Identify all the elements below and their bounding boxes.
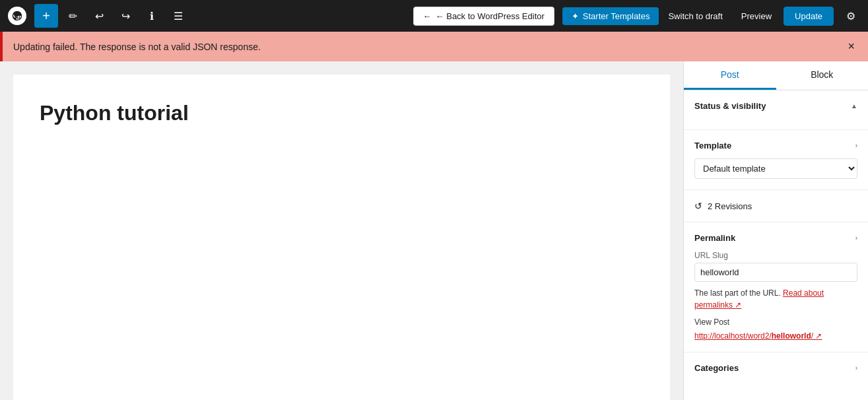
view-post-url-bold: helloworld [772,331,811,341]
permalink-section: Permalink › URL Slug The last part of th… [684,222,868,352]
main-layout: Python tutorial E Edit with Elementor Po… [0,61,868,400]
gear-icon: ⚙ [846,10,855,22]
tab-block[interactable]: Block [776,61,869,90]
error-banner: Updating failed. The response is not a v… [0,32,868,61]
update-button[interactable]: Update [784,7,834,26]
revisions-label: 2 Revisions [708,201,752,211]
status-visibility-section: Status & visibility ▲ [684,90,868,130]
view-post-label: View Post [694,317,857,327]
status-section-header[interactable]: Status & visibility ▲ [694,101,857,111]
status-section-title: Status & visibility [694,101,766,111]
template-section-title: Template [694,141,731,150]
toolbar-right: Switch to draft Preview Update ⚙ [661,4,863,28]
template-section-header[interactable]: Template › [694,141,857,150]
redo-button[interactable]: ↪ [114,4,137,28]
error-message: Updating failed. The response is not a v… [13,42,261,52]
url-slug-input[interactable] [694,263,857,282]
back-to-editor-button[interactable]: ← ← Back to WordPress Editor [413,7,554,26]
update-label: Update [795,11,822,21]
url-slug-label: URL Slug [694,251,857,260]
preview-label: Preview [741,11,772,21]
sidebar: Post Block Status & visibility ▲ Templat… [683,61,868,400]
edit-tool-button[interactable]: ✏ [61,4,84,28]
tab-block-label: Block [811,69,833,80]
post-title: Python tutorial [40,101,644,125]
back-to-editor-label: ← Back to WordPress Editor [436,11,545,21]
back-arrow-icon: ← [423,11,432,21]
settings-button[interactable]: ⚙ [839,4,863,28]
permalink-info: The last part of the URL. Read about per… [694,287,857,311]
wordpress-logo [5,4,29,28]
template-section: Template › Default template [684,130,868,190]
categories-title: Categories [694,363,739,373]
view-post-url[interactable]: http://localhost/word2/helloworld/ ↗ [694,331,822,341]
sidebar-tabs: Post Block [684,61,868,90]
categories-section-header[interactable]: Categories › [694,363,857,373]
error-close-button[interactable]: × [845,40,857,53]
starter-icon: ✦ [572,11,579,21]
revisions-section: ↺ 2 Revisions [684,190,868,222]
template-chevron-icon: › [855,142,857,149]
permalink-chevron-icon: › [855,234,857,242]
add-block-button[interactable]: + [34,4,58,28]
permalink-section-header[interactable]: Permalink › [694,233,857,243]
tab-post[interactable]: Post [684,61,776,90]
permalink-info-text: The last part of the URL. [694,288,781,298]
starter-templates-button[interactable]: ✦ Starter Templates [562,7,659,25]
status-chevron-icon: ▲ [851,102,857,110]
list-view-button[interactable]: ☰ [166,4,190,28]
tab-post-label: Post [721,69,739,80]
revisions-icon: ↺ [694,201,702,211]
info-button[interactable]: ℹ [140,4,164,28]
toolbar: + ✏ ↩ ↪ ℹ ☰ ← ← Back to WordPress Editor… [0,0,868,32]
switch-draft-label: Switch to draft [668,11,722,21]
switch-to-draft-button[interactable]: Switch to draft [661,7,729,25]
starter-templates-label: Starter Templates [583,11,650,21]
revisions-row[interactable]: ↺ 2 Revisions [694,201,857,211]
editor-area: Python tutorial E Edit with Elementor [0,61,683,400]
preview-button[interactable]: Preview [735,7,778,25]
undo-button[interactable]: ↩ [87,4,111,28]
permalink-section-title: Permalink [694,233,735,243]
editor-content: Python tutorial [13,75,670,400]
template-select[interactable]: Default template [694,158,857,179]
permalinks-link[interactable]: permalinks [694,300,733,310]
categories-chevron-icon: › [855,364,857,372]
categories-section: Categories › [684,352,868,391]
